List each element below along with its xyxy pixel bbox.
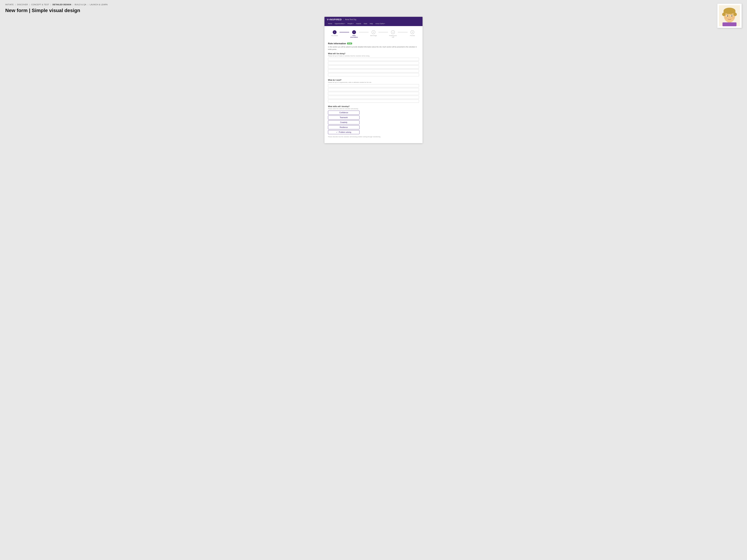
breadcrumb-item-initiate: INITIATE [5,3,14,6]
question-need-label: What do I need? [328,79,419,81]
step-3: 3 Add image [368,30,379,36]
nav-bar: V•INSPIRED Anna Test Org Home Opportunit… [325,17,422,26]
breadcrumb-sep-1: | [15,3,16,6]
chevron-down-icon: ▾ [344,23,345,24]
doing-input-1[interactable] [328,58,419,61]
breadcrumb-item-detailed: DETAILED DESIGN [53,3,71,6]
skills-followup-hint: Please describe how the volunteer will d… [328,136,419,137]
question-skills-label: What skills will I develop? [328,106,419,107]
browser-mockup: V•INSPIRED Anna Test Org Home Opportunit… [325,17,422,143]
nav-link-home[interactable]: Home [327,22,333,25]
skill-creativity[interactable]: Creativity [328,121,360,125]
breadcrumb-item-build: BUILD & QA [75,3,86,6]
step-1-circle: 1 [333,30,337,34]
svg-point-13 [727,16,728,17]
doing-input-3[interactable] [328,65,419,69]
skill-resilience[interactable]: Resilience [328,125,360,129]
step-connector-2 [359,32,369,32]
skill-confidence[interactable]: Confidence [328,111,360,115]
avatar-image [719,5,740,26]
nav-logo: V•INSPIRED [327,18,342,21]
svg-point-7 [724,10,727,14]
svg-point-8 [732,10,736,14]
nav-link-stats[interactable]: Stats [362,22,368,25]
step-3-label: Add image [370,35,377,36]
breadcrumb-item-discover: DISCOVER [17,3,28,6]
breadcrumb-sep-2: | [29,3,30,6]
stepper: 1 Key details 2 Role information 3 Add i… [328,29,419,39]
nav-link-people[interactable]: People ▾ [346,22,355,25]
need-input-5[interactable] [328,100,419,103]
step-4-circle: 4 [391,30,395,34]
step-connector-4 [398,32,408,32]
section-desc: In this section you will be asked to pro… [328,46,419,51]
question-what-doing: What will I be doing? Please list up to … [328,53,419,76]
breadcrumb-sep-4: | [73,3,73,6]
doing-input-2[interactable] [328,61,419,65]
chevron-down-icon: ▾ [353,23,354,24]
question-skills-hint: Please select the skills the volunteer w… [328,108,419,110]
step-4: 4 Finding your role [388,30,398,38]
svg-point-18 [732,17,734,19]
breadcrumb-sep-5: | [88,3,88,6]
page-title: New form | Simple visual design [5,8,742,13]
question-doing-hint: Please list up to 5 tasks or activities … [328,55,419,57]
skill-problem-solving[interactable]: ✓ Problem solving [328,130,360,134]
nav-link-opportunities[interactable]: Opportunities ▾ [334,22,346,25]
nav-link-awards[interactable]: Awards [355,22,362,25]
need-input-4[interactable] [328,96,419,99]
nav-link-help[interactable]: Help [368,22,374,25]
breadcrumb-item-concept: CONCEPT & TEST [31,3,49,6]
form-container: 1 Key details 2 Role information 3 Add i… [325,26,422,143]
skill-teamwork[interactable]: Teamwork [328,115,360,119]
section-title: Role information Draft [328,42,419,45]
draft-badge: Draft [347,43,352,45]
step-5-circle: 5 [410,30,414,34]
step-2: 2 Role information [349,30,359,38]
breadcrumb-sep-3: | [51,3,51,6]
step-5: 5 Preview [408,30,417,36]
need-input-3[interactable] [328,92,419,95]
step-connector-3 [379,32,388,32]
question-what-need: What do I need? Please list up to 5 requ… [328,79,419,103]
svg-point-15 [727,16,728,16]
avatar [717,3,742,28]
skills-grid: Confidence Teamwork Creativity Resilienc… [328,111,419,134]
nav-links: Home Opportunities ▾ People ▾ Awards Sta… [325,22,422,26]
nav-link-user[interactable]: Anna Clarke ▾ [374,22,386,25]
nav-org: Anna Test Org [343,19,356,21]
step-5-label: Preview [410,35,415,36]
step-1: 1 Key details [330,30,339,36]
step-3-circle: 3 [371,30,376,34]
svg-point-10 [729,8,732,12]
check-icon: ✓ [336,131,338,133]
breadcrumb: INITIATE | DISCOVER | CONCEPT & TEST | D… [5,3,742,6]
svg-point-17 [725,17,727,19]
chevron-down-icon: ▾ [384,23,385,24]
doing-input-4[interactable] [328,69,419,73]
question-need-hint: Please list up to 5 requirements, skills… [328,82,419,83]
step-1-label: Key details [331,35,338,36]
svg-rect-2 [722,22,737,26]
step-4-label: Finding your role [388,35,398,38]
need-input-1[interactable] [328,84,419,87]
step-2-label: Role information [349,35,359,38]
step-2-circle: 2 [352,30,356,34]
step-connector-1 [339,32,349,32]
main-content: V•INSPIRED Anna Test Org Home Opportunit… [5,17,742,143]
question-doing-label: What will I be doing? [328,53,419,55]
question-skills: What skills will I develop? Please selec… [328,106,419,137]
nav-top: V•INSPIRED Anna Test Org [325,17,422,22]
need-input-2[interactable] [328,88,419,91]
svg-point-16 [732,16,732,16]
doing-input-5[interactable] [328,73,419,76]
breadcrumb-item-launch: LAUNCH & LEARN [89,3,107,6]
svg-point-14 [731,16,732,17]
